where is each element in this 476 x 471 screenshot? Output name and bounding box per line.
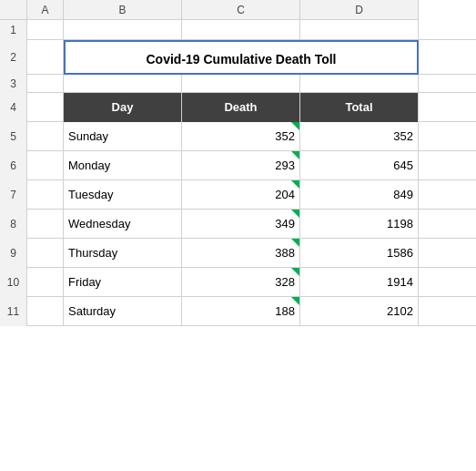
row-10: 10 Friday 328 1914 (0, 268, 476, 297)
cell-1d[interactable] (300, 20, 419, 40)
cell-9a[interactable] (27, 239, 64, 268)
column-headers: A B C D (0, 0, 476, 20)
row-3: 3 (0, 75, 476, 93)
cell-8b[interactable]: Wednesday (64, 210, 182, 239)
header-day[interactable]: Day (64, 93, 182, 122)
row-num-1: 1 (0, 20, 27, 40)
cell-4a[interactable] (27, 93, 64, 122)
cell-8c[interactable]: 349 (182, 210, 300, 239)
header-death[interactable]: Death (182, 93, 300, 122)
row-11: 11 Saturday 188 2102 (0, 297, 476, 326)
grid-body: 1 2 Covid-19 Cumulative Death Toll 3 4 D… (0, 20, 476, 326)
row-6: 6 Monday 293 645 (0, 151, 476, 180)
cell-1b[interactable] (64, 20, 182, 40)
cell-5b[interactable]: Sunday (64, 122, 182, 151)
cell-11a[interactable] (27, 297, 64, 326)
cell-9d[interactable]: 1586 (300, 239, 419, 268)
cell-7d[interactable]: 849 (300, 180, 419, 210)
cell-5d[interactable]: 352 (300, 122, 419, 151)
col-header-b[interactable]: B (64, 0, 182, 20)
cell-8a[interactable] (27, 210, 64, 239)
row-num-6: 6 (0, 151, 27, 180)
cell-10b[interactable]: Friday (64, 268, 182, 297)
cell-11b[interactable]: Saturday (64, 297, 182, 326)
row-num-9: 9 (0, 239, 27, 268)
row-num-4: 4 (0, 93, 27, 122)
cell-6b[interactable]: Monday (64, 151, 182, 180)
cell-3c[interactable] (182, 75, 300, 93)
row-4: 4 Day Death Total (0, 93, 476, 122)
cell-3b[interactable] (64, 75, 182, 93)
cell-7c[interactable]: 204 (182, 180, 300, 210)
cell-9c[interactable]: 388 (182, 239, 300, 268)
row-num-8: 8 (0, 210, 27, 239)
title-cell: Covid-19 Cumulative Death Toll (64, 40, 419, 75)
row-5: 5 Sunday 352 352 (0, 122, 476, 151)
cell-10a[interactable] (27, 268, 64, 297)
cell-7a[interactable] (27, 180, 64, 210)
cell-2a[interactable] (27, 40, 64, 75)
row-7: 7 Tuesday 204 849 (0, 180, 476, 210)
cell-6c[interactable]: 293 (182, 151, 300, 180)
row-9: 9 Thursday 388 1586 (0, 239, 476, 268)
cell-3a[interactable] (27, 75, 64, 93)
cell-3d[interactable] (300, 75, 419, 93)
cell-1c[interactable] (182, 20, 300, 40)
cell-9b[interactable]: Thursday (64, 239, 182, 268)
col-header-a[interactable]: A (27, 0, 64, 20)
cell-11c[interactable]: 188 (182, 297, 300, 326)
row-num-10: 10 (0, 268, 27, 297)
cell-11d[interactable]: 2102 (300, 297, 419, 326)
cell-7b[interactable]: Tuesday (64, 180, 182, 210)
corner-cell (0, 0, 27, 20)
cell-1a[interactable] (27, 20, 64, 40)
col-header-d[interactable]: D (300, 0, 419, 20)
row-num-5: 5 (0, 122, 27, 151)
cell-5c[interactable]: 352 (182, 122, 300, 151)
cell-10d[interactable]: 1914 (300, 268, 419, 297)
cell-5a[interactable] (27, 122, 64, 151)
cell-8d[interactable]: 1198 (300, 210, 419, 239)
row-num-2: 2 (0, 40, 27, 75)
spreadsheet: A B C D 1 2 Covid-19 Cumulative Death To… (0, 0, 476, 471)
header-total[interactable]: Total (300, 93, 419, 122)
row-num-11: 11 (0, 297, 27, 326)
row-2: 2 Covid-19 Cumulative Death Toll (0, 40, 476, 75)
cell-6a[interactable] (27, 151, 64, 180)
col-header-c[interactable]: C (182, 0, 300, 20)
row-8: 8 Wednesday 349 1198 (0, 210, 476, 239)
row-num-3: 3 (0, 75, 27, 93)
cell-6d[interactable]: 645 (300, 151, 419, 180)
cell-10c[interactable]: 328 (182, 268, 300, 297)
row-1: 1 (0, 20, 476, 40)
row-num-7: 7 (0, 180, 27, 210)
